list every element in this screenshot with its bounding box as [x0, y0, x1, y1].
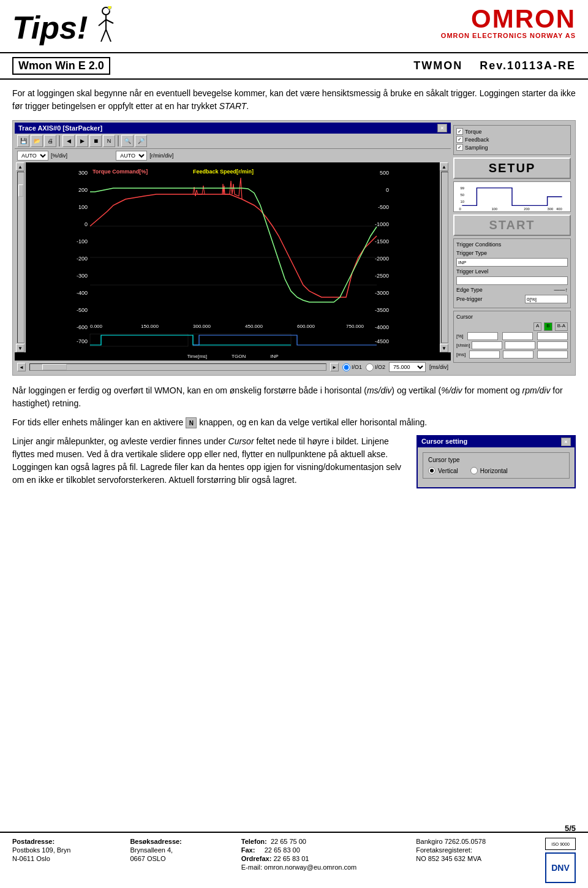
cursor-a-pct[interactable] — [467, 332, 498, 340]
pre-trigger-input[interactable] — [525, 295, 568, 303]
svg-text:-1000: -1000 — [375, 221, 389, 227]
cursor-dialog-close-btn[interactable]: × — [561, 438, 571, 446]
toolbar-btn-8[interactable]: 🔍 — [121, 135, 134, 147]
scroll-right-down-btn[interactable]: ▼ — [440, 344, 448, 352]
cursor-b-rmin[interactable] — [505, 341, 535, 349]
svg-text:750.000: 750.000 — [346, 324, 364, 329]
auto-right-combo[interactable]: AUTO — [116, 151, 147, 161]
svg-text:-3000: -3000 — [375, 290, 389, 296]
svg-text:99: 99 — [461, 186, 464, 190]
toolbar-btn-1[interactable]: 💾 — [17, 135, 29, 147]
hscroll-left-btn[interactable]: ◄ — [17, 363, 26, 371]
svg-point-6 — [108, 6, 111, 9]
svg-text:10: 10 — [461, 200, 464, 203]
cursor-row-spacer — [507, 322, 531, 331]
svg-text:150.000: 150.000 — [141, 324, 159, 329]
trigger-level-label: Trigger Level — [456, 268, 488, 275]
toolbar-btn-4[interactable]: ◀ — [62, 135, 75, 147]
trigger-level-input[interactable] — [456, 276, 568, 285]
pre-trigger-label: Pre-trigger — [456, 296, 483, 302]
page-header: Tips! OMRON OMRON ELECTRONICS NORWAY AS — [0, 0, 588, 53]
io1-label[interactable]: I/O1 — [342, 363, 362, 371]
footer-col4: Bankgiro 7262.05.0578 Foretaksregisteret… — [416, 838, 486, 862]
cursor-ba-btn[interactable]: B-A — [555, 322, 568, 331]
trigger-type-row: Trigger Type — [456, 250, 568, 256]
sampling-checkbox[interactable]: ✓ — [456, 144, 463, 151]
svg-text:-3500: -3500 — [375, 307, 389, 313]
ms-div-combo[interactable]: 75.000 — [389, 362, 426, 372]
vscroll-thumb[interactable] — [18, 184, 23, 197]
start-button[interactable]: START — [453, 214, 571, 236]
header-left: Tips! — [12, 6, 118, 49]
stick-figure-icon — [94, 6, 118, 49]
toolbar-btn-2[interactable]: 📂 — [31, 135, 43, 147]
torque-checkbox[interactable]: ✓ — [456, 128, 463, 135]
cursor-dialog-body: Cursor type Vertical Horizontal — [418, 447, 575, 487]
svg-text:300: 300 — [78, 170, 88, 176]
vertical-radio-btn[interactable] — [428, 467, 435, 474]
footer-col3: Telefon: 22 65 75 00 Fax: 22 65 83 00 Or… — [241, 838, 356, 871]
cursor-setting-dialog: Cursor setting × Cursor type Vertical Ho… — [417, 435, 576, 488]
vertical-radio-option[interactable]: Vertical — [428, 467, 458, 474]
io1-radio[interactable] — [342, 363, 350, 371]
left-scroll: ▲ ▼ — [16, 162, 26, 352]
horizontal-radio-option[interactable]: Horizontal — [470, 467, 508, 474]
auto-left-combo[interactable]: AUTO — [17, 151, 48, 161]
footer-col2-label: Besøksadresse: — [130, 838, 181, 845]
body-para1: Når loggingen er ferdig og overført til … — [12, 384, 576, 410]
chart-svg: 300 200 100 0 -100 -200 -300 -400 -500 -… — [26, 162, 440, 352]
footer-col2: Besøksadresse: Brynsalleen 4, 0667 OSLO — [130, 838, 181, 862]
hscroll-track — [29, 363, 326, 371]
cursor-ba-rmin[interactable] — [537, 341, 568, 349]
cursor-ba-ms[interactable] — [537, 351, 568, 359]
cursor-ms-label: [ms] — [456, 352, 466, 357]
toolbar-btn-6[interactable]: ⏹ — [89, 135, 102, 147]
wmon-window: Trace AXIS#0 [StarPacker] × 💾 📂 🖨 ◀ ▶ ⏹ … — [15, 123, 451, 373]
feedback-checkbox[interactable]: ✓ — [456, 136, 463, 143]
footer-col1-line2: N-0611 Oslo — [12, 855, 70, 862]
cursor-a-rmin[interactable] — [472, 341, 502, 349]
scroll-up-btn[interactable]: ▲ — [16, 162, 24, 171]
svg-text:0: 0 — [85, 221, 88, 227]
hscroll-thumb[interactable] — [42, 364, 67, 370]
lower-section: Linjer angir målepunkter, og avleste ver… — [12, 435, 576, 493]
cursor-a-btn[interactable]: A — [533, 322, 541, 331]
trigger-level-row: Trigger Level — [456, 268, 568, 275]
toolbar-btn-3[interactable]: 🖨 — [44, 135, 56, 147]
footer-mva: NO 852 345 632 MVA — [416, 855, 486, 862]
cursor-a-ms[interactable] — [469, 351, 500, 359]
trigger-type-input[interactable] — [456, 258, 568, 267]
body-para2: For tids eller enhets målinger kan en ak… — [12, 416, 576, 429]
svg-text:-600: -600 — [77, 324, 88, 330]
cursor-title: Cursor — [456, 314, 568, 320]
footer-col2-line2: 0667 OSLO — [130, 855, 181, 862]
io2-radio[interactable] — [366, 363, 374, 371]
cursor-b-btn[interactable]: B — [544, 322, 552, 331]
toolbar-btn-9[interactable]: 🔎 — [135, 135, 147, 147]
toolbar-btn-5[interactable]: ▶ — [76, 135, 88, 147]
cursor-percent-row: [%] — [456, 332, 568, 340]
svg-text:-2500: -2500 — [375, 273, 389, 279]
svg-line-2 — [99, 20, 106, 26]
svg-text:600.000: 600.000 — [297, 324, 315, 329]
svg-text:-2000: -2000 — [375, 256, 389, 262]
svg-text:-500: -500 — [77, 307, 88, 313]
horizontal-radio-btn[interactable] — [470, 467, 478, 474]
scroll-down-btn[interactable]: ▼ — [16, 344, 24, 352]
hscroll-right-btn[interactable]: ► — [330, 363, 339, 371]
toolbar-btn-7[interactable]: N — [103, 135, 115, 147]
wmon-titlebar: Trace AXIS#0 [StarPacker] × — [15, 123, 451, 134]
cursor-ba-pct[interactable] — [537, 332, 568, 340]
setup-button[interactable]: SETUP — [453, 157, 571, 179]
cursor-type-group: Cursor type Vertical Horizontal — [423, 452, 570, 479]
torque-label: Torque — [465, 129, 482, 135]
scroll-right-up-btn[interactable]: ▲ — [440, 162, 448, 171]
wmon-close-btn[interactable]: × — [437, 124, 447, 132]
io2-label[interactable]: I/O2 — [366, 363, 385, 371]
svg-text:300.000: 300.000 — [193, 324, 211, 329]
horizontal-label: Horizontal — [480, 468, 508, 474]
cursor-b-pct[interactable] — [502, 332, 533, 340]
trigger-level-input-row — [456, 276, 568, 285]
cursor-b-ms[interactable] — [503, 351, 533, 359]
iso-logo: ISO 9000 — [545, 838, 576, 850]
